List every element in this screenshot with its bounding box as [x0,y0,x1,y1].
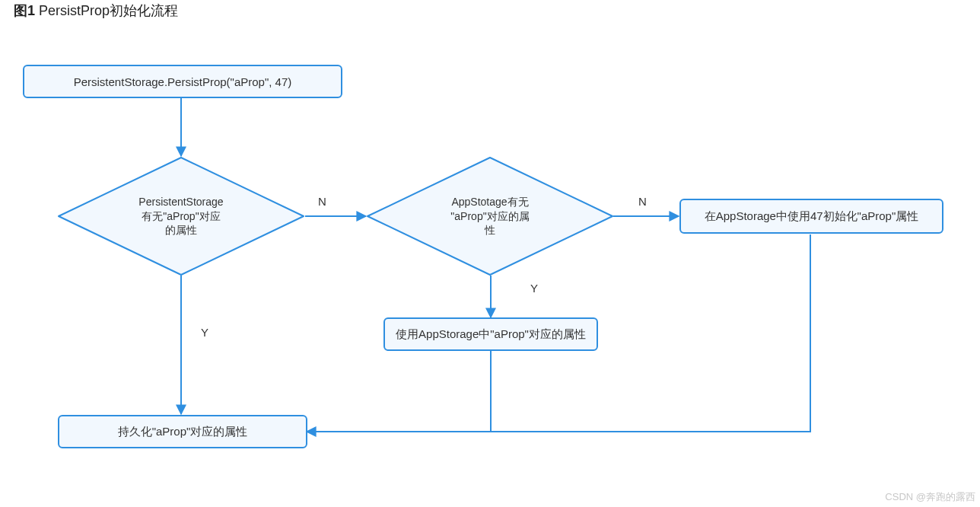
node-init-appstorage-text: 在AppStorage中使用47初始化"aProp"属性 [705,209,919,224]
node-start-text: PersistentStorage.PersistProp("aProp", 4… [74,75,292,88]
edge-label-no-2: N [638,195,647,208]
node-start: PersistentStorage.PersistProp("aProp", 4… [23,65,342,98]
node-persist-text: 持久化"aProp"对应的属性 [118,425,248,439]
watermark: CSDN @奔跑的露西 [885,490,975,504]
node-decision-persistent-text: PersistentStorage 有无"aProp"对应 的属性 [57,156,305,276]
edge-label-yes-2: Y [530,282,538,295]
flowchart: PersistentStorage.PersistProp("aProp", 4… [0,0,980,507]
node-decision-appstorage: AppStotage有无 "aProp"对应的属 性 [366,156,614,276]
node-init-appstorage: 在AppStorage中使用47初始化"aProp"属性 [679,199,943,234]
edge-label-yes-1: Y [201,326,208,339]
node-persist: 持久化"aProp"对应的属性 [58,415,307,448]
node-decision-persistent: PersistentStorage 有无"aProp"对应 的属性 [57,156,305,276]
node-decision-appstorage-text: AppStotage有无 "aProp"对应的属 性 [366,156,614,276]
edge-label-no-1: N [318,195,326,208]
node-use-appstorage-text: 使用AppStorage中"aProp"对应的属性 [396,327,586,342]
node-use-appstorage: 使用AppStorage中"aProp"对应的属性 [383,317,598,351]
